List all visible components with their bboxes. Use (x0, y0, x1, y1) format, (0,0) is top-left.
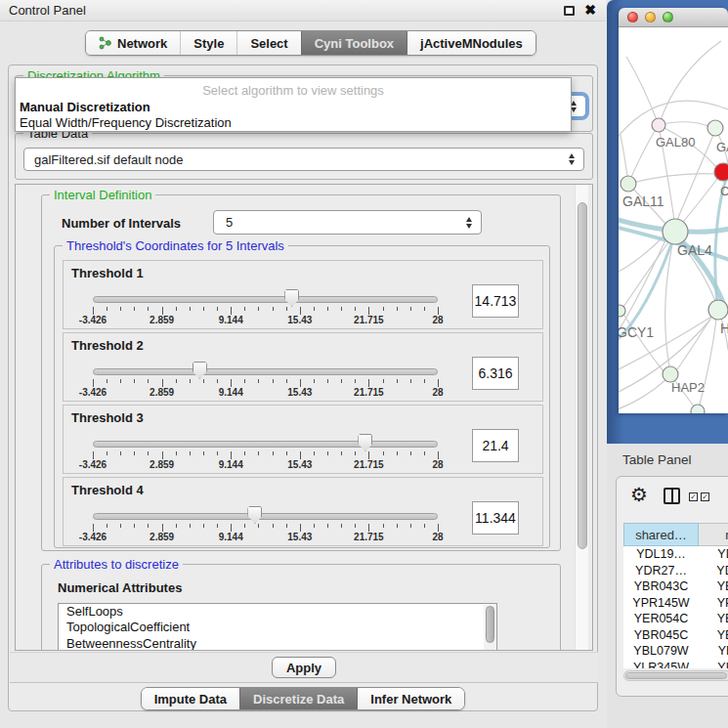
network-node[interactable] (714, 163, 728, 181)
slider-ticks (93, 307, 438, 315)
cell-shared-name: YLR345W (623, 660, 699, 669)
combo-arrows-icon (466, 217, 472, 229)
attribute-item-selfloops[interactable]: SelfLoops (59, 604, 496, 620)
slider-track[interactable] (93, 296, 438, 303)
slider-thumb[interactable] (247, 506, 262, 524)
settings-scrollpane: Interval Definition Number of Intervals … (15, 184, 593, 651)
slider-thumb[interactable] (358, 434, 372, 451)
table-row[interactable]: YDL19…YDL1 (623, 546, 728, 563)
tab-infer-network[interactable]: Infer Network (357, 688, 464, 709)
table-data-combobox[interactable]: galFiltered.sif default node (23, 148, 584, 171)
columns-icon[interactable] (664, 488, 680, 504)
network-node[interactable] (652, 118, 665, 132)
column-header-shared-name[interactable]: shared… (623, 523, 699, 546)
slider-ticks (93, 451, 438, 459)
minimize-traffic-light[interactable] (645, 12, 656, 22)
threshold-panel-4: Threshold 4-3.4262.8599.14415.4321.71528… (63, 477, 543, 546)
network-edge (665, 244, 672, 366)
network-node[interactable] (691, 405, 705, 413)
threshold-panel-3: Threshold 3-3.4262.8599.14415.4321.71528… (63, 405, 543, 474)
network-edge (628, 131, 655, 184)
table-row[interactable]: YBL079WYBL0 (623, 643, 728, 660)
slider-track[interactable] (93, 368, 438, 375)
threshold-value-field[interactable]: 6.316 (472, 357, 519, 390)
network-node[interactable] (619, 305, 625, 317)
network-canvas[interactable]: GAL80GACGAL11GAL4GCY1HHAP2 (619, 27, 728, 413)
tab-label: Network (117, 36, 167, 51)
tab-jactivemnodules[interactable]: jActiveMNodules (407, 31, 535, 55)
network-node[interactable] (707, 120, 723, 136)
slider-thumb[interactable] (284, 289, 299, 307)
attribute-item-betweennesscentrality[interactable]: BetweennessCentrality (59, 636, 496, 651)
table-row[interactable]: YBR043CYBR0 (623, 578, 728, 595)
table-data-group: Table Data galFiltered.sif default node (15, 133, 593, 180)
tab-style[interactable]: Style (180, 31, 236, 55)
algorithm-dropdown-popup: Select algorithm to view settings Manual… (15, 77, 572, 132)
table-row[interactable]: YDR27…YDR2 (623, 563, 728, 579)
threshold-value-field[interactable]: 14.713 (472, 284, 519, 318)
table-row[interactable]: YBR045CYBR0 (623, 627, 728, 644)
cell-shared-name: YDR27… (623, 563, 699, 579)
slider-thumb[interactable] (193, 362, 207, 379)
table-row[interactable]: YLR345WYLR3 (623, 660, 728, 669)
tab-label: Infer Network (370, 692, 451, 707)
threshold-label: Threshold 4 (71, 483, 144, 497)
tab-select[interactable]: Select (236, 31, 300, 55)
cell-name: YBL0 (699, 643, 728, 660)
network-edge (659, 41, 721, 125)
table-row[interactable]: YER054CYER0 (623, 611, 728, 627)
popup-option-manual-discretization[interactable]: Manual Discretization (16, 100, 571, 115)
apply-strip: Apply (10, 652, 598, 683)
table-data-selected: galFiltered.sif default node (34, 152, 183, 167)
network-node[interactable] (663, 219, 688, 244)
apply-button[interactable]: Apply (272, 657, 336, 678)
zoom-traffic-light[interactable] (663, 12, 673, 22)
top-tab-bar: NetworkStyleSelectCyni ToolboxjActiveMNo… (85, 30, 536, 56)
network-window-titlebar (619, 8, 728, 27)
table-horizontal-scrollbar[interactable] (623, 670, 728, 681)
gear-icon[interactable]: ⚙ (630, 483, 648, 506)
checkbox-icon[interactable]: ✓ (689, 492, 698, 501)
tab-label: Impute Data (154, 692, 227, 707)
slider-track[interactable] (93, 441, 438, 448)
column-header-name[interactable]: na (699, 523, 728, 546)
network-node[interactable] (708, 300, 728, 320)
attribute-item-topologicalcoefficient[interactable]: TopologicalCoefficient (59, 620, 496, 635)
tab-discretize-data[interactable]: Discretize Data (239, 688, 357, 709)
node-label-gal11: GAL11 (622, 193, 664, 209)
network-icon (99, 36, 111, 50)
number-of-intervals-combobox[interactable]: 5 (213, 210, 482, 235)
cell-name: YBR0 (699, 578, 728, 595)
tab-label: Style (193, 36, 224, 51)
tab-cyni-toolbox[interactable]: Cyni Toolbox (301, 31, 407, 55)
panel-vertical-scrollbar[interactable] (575, 185, 588, 650)
cell-shared-name: YBL079W (623, 643, 699, 660)
node-label-ga: GA (716, 140, 728, 154)
network-edge (626, 57, 659, 125)
threshold-value-field[interactable]: 11.344 (472, 501, 519, 535)
attributes-list-scrollbar[interactable] (484, 605, 495, 651)
tab-label: Select (250, 36, 287, 51)
control-panel-titlebar: Control Panel ✖ (0, 0, 606, 21)
tab-label: jActiveMNodules (420, 36, 523, 51)
slider-track[interactable] (93, 513, 438, 520)
slider-ticks (93, 524, 438, 532)
node-label-h: H (720, 321, 728, 336)
checkbox-icon[interactable]: ✓ (701, 492, 709, 501)
network-edge (659, 122, 708, 126)
table-panel-region: Table Panel ⚙ ✓ ✓ shared… na YDL19…YDL1Y… (607, 444, 728, 728)
threshold-value-field[interactable]: 21.4 (472, 429, 519, 462)
popup-option-equal-width-frequency-discretization[interactable]: Equal Width/Frequency Discretization (16, 115, 571, 131)
network-edge (619, 240, 665, 336)
float-window-icon[interactable] (564, 6, 575, 16)
close-traffic-light[interactable] (627, 12, 638, 22)
network-node[interactable] (621, 176, 636, 192)
interval-definition-title: Interval Definition (50, 188, 155, 202)
table-row[interactable]: YPR145WYPR1 (623, 595, 728, 612)
threshold-panel-1: Threshold 1-3.4262.8599.14415.4321.71528… (63, 260, 543, 329)
tab-impute-data[interactable]: Impute Data (142, 688, 239, 709)
close-icon[interactable]: ✖ (584, 2, 596, 18)
cyni-toolbox-panel: Discretization Algorithm Select algorith… (8, 64, 598, 711)
threshold-label: Threshold 3 (71, 410, 144, 425)
tab-network[interactable]: Network (86, 31, 180, 55)
